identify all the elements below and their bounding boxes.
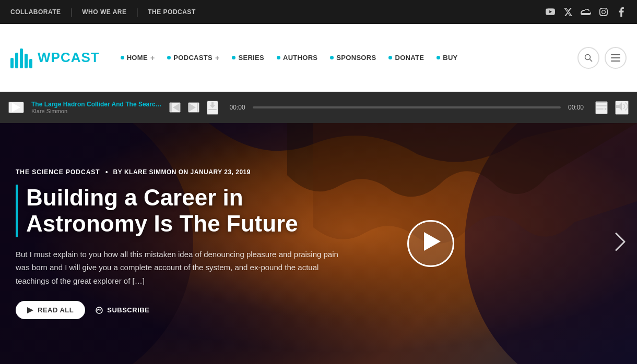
svg-marker-7	[173, 103, 180, 112]
svg-rect-2	[611, 54, 620, 55]
hero-play-icon	[424, 232, 441, 255]
top-bar: COLLABORATE | WHO WE ARE | THE PODCAST	[0, 0, 637, 24]
header-actions	[577, 47, 627, 69]
hero-buttons: READ ALL SUBSCRIBE	[16, 301, 350, 319]
header: WPCAST HOME + PODCASTS + SERIES AUTHORS …	[0, 24, 637, 92]
main-nav: HOME + PODCASTS + SERIES AUTHORS SPONSOR…	[115, 51, 577, 65]
player-next-button[interactable]	[188, 102, 199, 113]
player-time-total: 00:00	[568, 104, 588, 111]
player-volume-button[interactable]	[615, 101, 629, 115]
svg-rect-11	[596, 102, 607, 103]
hero-excerpt: But I must explain to you how all this m…	[16, 248, 350, 288]
logo-bar-2	[15, 53, 18, 68]
search-button[interactable]	[577, 47, 599, 69]
svg-marker-14	[605, 107, 607, 111]
nav-dot-podcasts	[167, 56, 171, 59]
nav-dot-buy	[437, 56, 440, 59]
nav-dot-donate	[388, 56, 392, 59]
svg-marker-15	[616, 102, 622, 111]
hero-section: THE SCIENCE PODCAST • BY KLARE SIMMON ON…	[0, 123, 637, 364]
meta-separator: •	[105, 168, 108, 176]
topnav-who-we-are[interactable]: WHO WE ARE	[73, 8, 136, 16]
social-icons	[545, 7, 627, 17]
hero-title-wrapper: Building a Career in Astronomy Is The Fu…	[16, 185, 350, 237]
logo-bar-3	[20, 48, 23, 68]
player-prev-button[interactable]	[169, 102, 181, 113]
nav-dot-authors	[277, 56, 280, 59]
topnav-collaborate[interactable]: COLLABORATE	[10, 8, 70, 16]
svg-marker-21	[424, 232, 441, 251]
player-play-button[interactable]	[8, 102, 24, 113]
top-nav: COLLABORATE | WHO WE ARE | THE PODCAST	[10, 7, 205, 18]
nav-donate[interactable]: DONATE	[383, 51, 429, 65]
nav-home[interactable]: HOME +	[115, 51, 160, 65]
nav-sponsors[interactable]: SPONSORS	[325, 51, 381, 65]
hero-meta: THE SCIENCE PODCAST • BY KLARE SIMMON ON…	[16, 168, 350, 176]
svg-rect-4	[611, 60, 620, 62]
svg-marker-19	[27, 307, 33, 313]
topnav-the-podcast[interactable]: THE PODCAST	[138, 8, 205, 16]
hero-play-button[interactable]	[407, 220, 454, 267]
player-progress-bar[interactable]	[253, 106, 561, 108]
logo-bar-5	[29, 59, 32, 68]
nav-buy[interactable]: BUY	[431, 51, 463, 65]
soundcloud-icon[interactable]	[581, 7, 591, 17]
svg-rect-10	[208, 109, 217, 110]
svg-marker-9	[189, 103, 196, 112]
menu-button[interactable]	[605, 47, 627, 69]
youtube-icon[interactable]	[545, 7, 556, 17]
logo-bar-1	[10, 58, 14, 68]
nav-dot-sponsors	[330, 56, 334, 59]
twitter-x-icon[interactable]	[563, 7, 573, 17]
nav-dot-series	[232, 56, 235, 59]
player-track-info: The Large Hadron Collider And The Searc……	[31, 101, 162, 114]
podcast-label: THE SCIENCE PODCAST	[16, 168, 100, 176]
nav-dot-home	[121, 56, 124, 59]
logo[interactable]: WPCAST	[10, 47, 100, 68]
author-label: BY KLARE SIMMON ON JANUARY 23, 2019	[113, 168, 251, 176]
svg-rect-13	[596, 108, 604, 110]
audio-player: The Large Hadron Collider And The Searc……	[0, 92, 637, 123]
player-track-title: The Large Hadron Collider And The Searc…	[31, 101, 162, 108]
svg-line-1	[590, 59, 593, 62]
svg-rect-3	[611, 57, 620, 58]
hero-next-button[interactable]	[614, 232, 627, 256]
svg-point-0	[585, 54, 591, 59]
subscribe-button[interactable]: SUBSCRIBE	[96, 306, 149, 314]
svg-marker-5	[12, 103, 20, 112]
svg-rect-12	[596, 105, 607, 106]
player-track-author: Klare Simmon	[31, 108, 162, 114]
nav-podcasts[interactable]: PODCASTS +	[162, 51, 225, 65]
read-all-button[interactable]: READ ALL	[16, 301, 85, 319]
logo-text: WPCAST	[38, 50, 100, 66]
instagram-icon[interactable]	[598, 7, 609, 17]
svg-rect-8	[197, 103, 198, 112]
player-playlist-button[interactable]	[595, 101, 608, 114]
player-time-current: 00:00	[226, 104, 245, 111]
hero-title: Building a Career in Astronomy Is The Fu…	[26, 185, 350, 237]
nav-series[interactable]: SERIES	[227, 51, 269, 65]
hero-content: THE SCIENCE PODCAST • BY KLARE SIMMON ON…	[0, 147, 365, 341]
svg-rect-6	[170, 103, 172, 112]
logo-bar-4	[25, 54, 28, 68]
nav-plus-home: +	[150, 54, 155, 62]
facebook-icon[interactable]	[616, 7, 627, 17]
logo-icon	[10, 47, 32, 68]
nav-plus-podcasts: +	[215, 54, 219, 62]
nav-authors[interactable]: AUTHORS	[272, 51, 323, 65]
player-download-button[interactable]	[207, 101, 218, 115]
